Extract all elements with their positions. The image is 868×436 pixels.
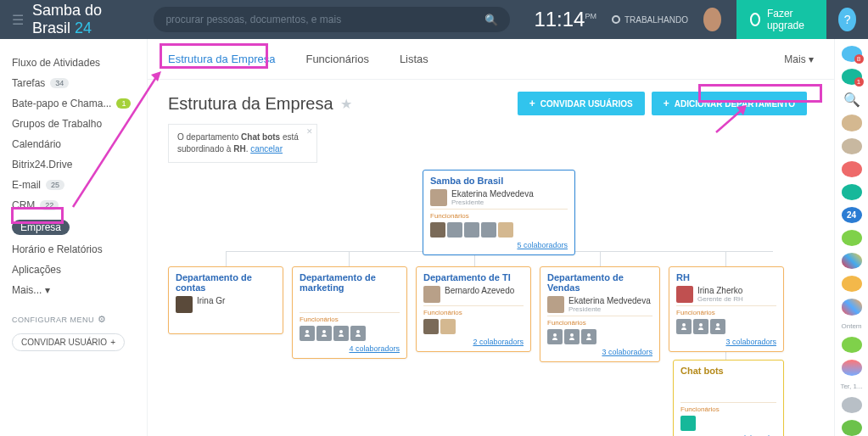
sidebar-item[interactable]: Bitrix24.Drive bbox=[0, 154, 147, 175]
dept-contas[interactable]: Departamento de contas Irina Gr bbox=[168, 266, 283, 334]
thumb[interactable] bbox=[430, 222, 445, 238]
rail-icon[interactable] bbox=[842, 253, 862, 269]
cancel-link[interactable]: cancelar bbox=[250, 144, 283, 154]
thumb[interactable] bbox=[464, 222, 479, 238]
search-icon[interactable]: 🔍 bbox=[484, 14, 498, 26]
dept-rh[interactable]: RH Irina ZherkoGerente de RH Funcionário… bbox=[669, 266, 784, 352]
dept-marketing[interactable]: Departamento de marketing Funcionários 4… bbox=[292, 266, 407, 359]
tab-more[interactable]: Mais ▾ bbox=[784, 53, 814, 65]
search-box[interactable]: 🔍 bbox=[154, 7, 510, 32]
rail-chat[interactable]: 1 bbox=[842, 69, 862, 85]
thumb[interactable] bbox=[423, 319, 439, 334]
dept-title[interactable]: Departamento de contas bbox=[176, 272, 276, 293]
rail-avatar[interactable] bbox=[842, 115, 862, 131]
person[interactable]: Irina ZherkoGerente de RH bbox=[676, 286, 776, 303]
menu-icon[interactable]: ☰ bbox=[12, 12, 24, 28]
thumb[interactable] bbox=[350, 326, 366, 341]
tab-structure[interactable]: Estrutura da Empresa bbox=[168, 53, 275, 65]
dept-title[interactable]: Samba do Brasil bbox=[430, 176, 568, 186]
upgrade-button[interactable]: Fazer upgrade bbox=[736, 0, 827, 39]
avatar bbox=[423, 286, 440, 303]
tab-lists[interactable]: Listas bbox=[400, 53, 428, 65]
main: Estrutura da Empresa Funcionários Listas… bbox=[148, 39, 834, 436]
thumb[interactable] bbox=[564, 329, 580, 344]
person[interactable]: Ekaterina MedvedevaPresidente bbox=[430, 189, 568, 206]
colab-link[interactable]: 5 colaboradors bbox=[430, 241, 568, 249]
thumb[interactable] bbox=[481, 222, 496, 238]
star-icon[interactable]: ★ bbox=[340, 96, 352, 112]
sidebar-item[interactable]: Horário e Relatórios bbox=[0, 239, 147, 260]
colab-link[interactable]: 3 colaboradors bbox=[547, 348, 652, 356]
dept-vendas[interactable]: Departamento de Vendas Ekaterina Medvede… bbox=[540, 266, 660, 362]
close-icon[interactable]: ✕ bbox=[306, 126, 313, 137]
avatar bbox=[176, 296, 193, 313]
thumb[interactable] bbox=[447, 222, 462, 238]
rail-24-icon[interactable]: 24 bbox=[842, 207, 862, 223]
thumb[interactable] bbox=[333, 326, 349, 341]
dept-ti[interactable]: Departamento de TI Bernardo Azevedo Func… bbox=[416, 266, 531, 352]
colab-link[interactable]: 2 colaboradors bbox=[423, 338, 524, 346]
help-button[interactable]: ? bbox=[838, 8, 856, 31]
thumb[interactable] bbox=[440, 319, 456, 334]
thumb[interactable] bbox=[300, 326, 315, 341]
search-input[interactable] bbox=[165, 14, 484, 25]
dept-title[interactable]: Departamento de TI bbox=[423, 272, 524, 282]
add-department-button[interactable]: +ADICIONAR DEPARTAMENTO bbox=[652, 92, 807, 115]
dept-title[interactable]: Chat bots bbox=[680, 366, 776, 376]
configure-menu[interactable]: CONFIGURAR MENU ⚙ bbox=[0, 300, 147, 328]
sidebar-item-label: Bate-papo e Chama... bbox=[12, 98, 111, 109]
thumb[interactable] bbox=[547, 329, 563, 344]
avatar[interactable] bbox=[703, 8, 721, 31]
rail-icon[interactable] bbox=[842, 161, 862, 177]
sidebar-item-label: Mais... ▾ bbox=[12, 284, 50, 296]
sidebar-item[interactable]: Fluxo de Atividades bbox=[0, 53, 147, 73]
sidebar-item[interactable]: Calendário bbox=[0, 134, 147, 154]
rail-avatar[interactable] bbox=[842, 138, 862, 154]
dept-title[interactable]: RH bbox=[676, 272, 776, 282]
thumb[interactable] bbox=[693, 319, 708, 334]
rail-icon[interactable] bbox=[842, 397, 862, 413]
tab-employees[interactable]: Funcionários bbox=[305, 53, 368, 65]
sidebar-item-label: E-mail bbox=[12, 179, 41, 191]
colab-link[interactable]: 4 colaboradors bbox=[300, 344, 400, 353]
sidebar-item[interactable]: Empresa bbox=[0, 215, 147, 239]
rail-notifications[interactable]: 8 bbox=[842, 46, 862, 62]
sidebar-item[interactable]: Aplicações bbox=[0, 260, 147, 280]
sidebar-item[interactable]: CRM22 bbox=[0, 195, 147, 215]
dept-title[interactable]: Departamento de marketing bbox=[300, 272, 400, 293]
person[interactable]: Irina Gr bbox=[176, 296, 276, 313]
invite-user-button[interactable]: CONVIDAR USUÁRIO + bbox=[12, 333, 125, 351]
rail-search-icon[interactable]: 🔍 bbox=[842, 92, 862, 108]
rail-icon[interactable] bbox=[842, 337, 862, 353]
thumb[interactable] bbox=[581, 329, 596, 344]
invite-users-button[interactable]: +CONVIDAR USUÁRIOS bbox=[518, 92, 645, 115]
rail-icon[interactable] bbox=[842, 276, 862, 292]
sidebar-item[interactable]: E-mail25 bbox=[0, 175, 147, 195]
person[interactable]: Bernardo Azevedo bbox=[423, 286, 524, 303]
dept-root[interactable]: Samba do Brasil Ekaterina MedvedevaPresi… bbox=[423, 170, 575, 255]
sidebar-item[interactable]: Bate-papo e Chama...1 bbox=[0, 93, 147, 114]
thumb[interactable] bbox=[710, 319, 725, 334]
rail-call-icon[interactable] bbox=[842, 420, 862, 436]
dept-chatbots[interactable]: Chat bots Funcionários 1 colaborador bbox=[673, 360, 784, 436]
rail-icon[interactable] bbox=[842, 360, 862, 376]
working-status[interactable]: TRABALHANDO bbox=[612, 15, 688, 25]
dept-title[interactable]: Departamento de Vendas bbox=[547, 272, 652, 293]
connector bbox=[226, 251, 227, 266]
plus-icon: + bbox=[664, 98, 669, 109]
clock: 11:14PM bbox=[534, 8, 596, 31]
sidebar-item[interactable]: Mais... ▾ bbox=[0, 280, 147, 300]
rail-icon[interactable] bbox=[842, 299, 862, 315]
sidebar-item[interactable]: Tarefas34 bbox=[0, 73, 147, 93]
thumb[interactable] bbox=[316, 326, 332, 341]
rail-icon[interactable] bbox=[842, 184, 862, 200]
badge: 25 bbox=[46, 180, 64, 190]
person[interactable]: Ekaterina MedvedevaPresidente bbox=[547, 296, 652, 313]
thumb[interactable] bbox=[498, 222, 513, 238]
rail-icon[interactable] bbox=[842, 230, 862, 246]
sidebar-item[interactable]: Grupos de Trabalho bbox=[0, 114, 147, 134]
func-label: Funcionários bbox=[547, 316, 652, 327]
colab-link[interactable]: 3 colaboradors bbox=[676, 338, 776, 346]
thumb[interactable] bbox=[680, 416, 696, 431]
thumb[interactable] bbox=[676, 319, 692, 334]
